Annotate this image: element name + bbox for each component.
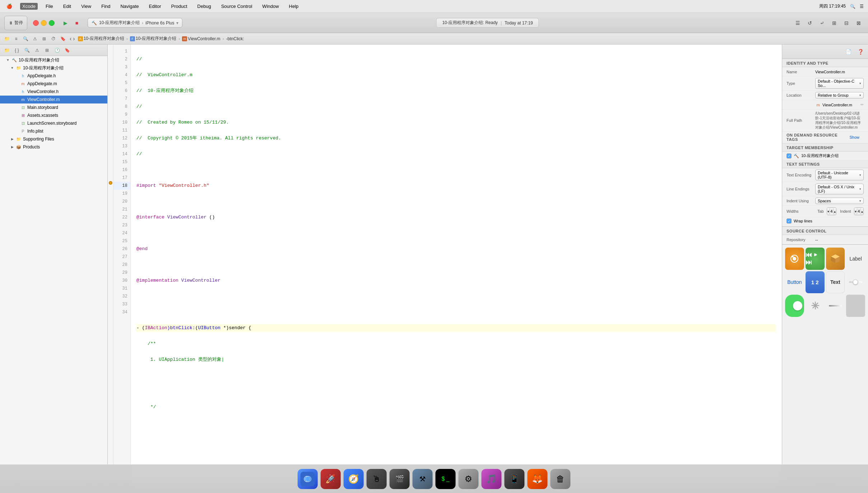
indent-increment-button[interactable]: ▴ [861,208,863,215]
dock-safari[interactable]: 🧭 [344,469,364,489]
dock-phone[interactable]: 📱 [504,469,524,489]
nav-list-icon[interactable]: ≡ [12,35,20,43]
notification-icon[interactable]: ☰ [860,4,864,9]
dock-presentation[interactable]: 🦊 [527,469,547,489]
inspector-toggle[interactable]: ⊟ [841,18,851,28]
layout-icon[interactable]: ⊞ [829,18,839,28]
location-edit-icon[interactable]: ✏ [860,102,864,107]
sidebar-item-appdelegate-h[interactable]: h AppDelegate.h [0,72,107,80]
sidebar-search-icon[interactable]: 🔍 [23,46,31,54]
code-editor-content[interactable]: // // ViewController.m // 10-应用程序对象介绍 //… [131,45,782,482]
nav-warning-icon[interactable]: ⚠ [31,35,39,43]
dock-trash[interactable]: 🗑 [550,469,570,489]
sidebar-folder-icon[interactable]: 📁 [3,46,11,54]
inspector-file-icon[interactable]: 📄 [844,47,853,56]
show-button[interactable]: Show [845,134,864,141]
navigator-toggle[interactable]: ☰ [793,18,803,28]
close-button[interactable] [33,20,39,26]
dock-finder[interactable] [298,469,318,489]
dock-codeapp[interactable]: ⚒ [412,469,433,489]
search-icon-menubar[interactable]: 🔍 [850,4,855,9]
type-select-box[interactable]: Default - Objective-C So... ▾ [815,78,864,89]
indent-stepper[interactable]: ▾ 4 ▴ [854,207,864,215]
sidebar-warning-icon[interactable]: ⚠ [33,46,41,54]
menu-editor[interactable]: Editor [147,3,163,10]
sidebar-item-main-storyboard[interactable]: ⊡ Main.storyboard [0,103,107,111]
encoding-select-box[interactable]: Default - Unicode (UTF-8) ▾ [815,170,864,180]
menu-find[interactable]: Find [99,3,112,10]
dock-quicktime[interactable]: 🎬 [389,469,410,489]
indent-decrement-button[interactable]: ▾ [854,208,857,215]
sidebar-symbol-icon[interactable]: { } [13,46,21,54]
widget-number-item[interactable]: 1 2 [806,271,825,294]
pause-button[interactable]: ⏸ 暂停 [4,16,27,30]
breadcrumb-file[interactable]: ViewController.m [188,36,220,41]
nav-grid-icon[interactable]: ⊞ [40,35,48,43]
sidebar-bookmark-icon[interactable]: 🔖 [63,46,71,54]
target-checkbox[interactable]: ✓ [787,153,792,158]
dock-settings[interactable]: ⚙ [458,469,479,489]
wrap-checkbox[interactable]: ✓ [787,218,792,224]
sidebar-item-appdelegate-m[interactable]: m AppDelegate.m [0,80,107,88]
nav-search-icon[interactable]: 🔍 [22,35,29,43]
sidebar-item-launch-storyboard[interactable]: ⊡ LaunchScreen.storyboard [0,119,107,127]
indent-select[interactable]: Spaces ▾ [815,198,864,204]
menu-window[interactable]: Window [260,3,281,10]
type-select[interactable]: Default - Objective-C So... ▾ [815,78,864,89]
breadcrumb-arrow-left[interactable]: ‹ [70,36,71,42]
play-button[interactable]: ▶ [60,18,70,28]
nav-bookmark-icon[interactable]: 🔖 [59,35,67,43]
widget-gray-item[interactable] [846,295,865,317]
sidebar-item-sub-folder[interactable]: ▼ 📁 10-应用程序对象介绍 [0,64,107,72]
editor-area[interactable]: 1 2 3 4 5 6 7 8 9 10 11 12 13 14 15 16 1 [108,45,782,493]
sidebar-item-viewcontroller-h[interactable]: h ViewController.h [0,88,107,96]
breadcrumb-item-1[interactable]: ‹ › [70,36,75,42]
sidebar-item-project-root[interactable]: ▼ 🔨 10-应用程序对象介绍 [0,56,107,64]
widget-media-icon[interactable]: ⏮ ▶ ⏭ [806,248,825,270]
widget-spinner-item[interactable]: ✳ [806,295,825,317]
line-endings-select-box[interactable]: Default - OS X / Unix (LF) ▾ [815,184,864,194]
back-icon[interactable]: ⤶ [817,18,827,28]
apple-menu[interactable]: 🍎 [4,3,14,10]
sidebar-item-viewcontroller-m[interactable]: m ViewController.m [0,96,107,103]
refresh-icon[interactable]: ↺ [805,18,815,28]
breadcrumb-arrow-right[interactable]: › [73,36,75,42]
indent-select-box[interactable]: Spaces ▾ [815,198,864,204]
menu-edit[interactable]: Edit [61,3,73,10]
widget-label-item[interactable]: Label [846,248,865,270]
encoding-select[interactable]: Default - Unicode (UTF-8) ▾ [815,170,864,180]
tab-stepper[interactable]: ▾ 4 ▴ [827,207,836,215]
sidebar-item-supporting-files[interactable]: ▶ 📁 Supporting Files [0,135,107,143]
dock-mouse[interactable]: 🖱 [367,469,387,489]
breadcrumb-folder[interactable]: 10-应用程序对象介绍 [136,36,176,42]
location-select-box[interactable]: Relative to Group ▾ [815,92,864,98]
widget-toggle-item[interactable] [785,295,804,317]
minimize-button[interactable] [41,20,47,26]
sidebar-clock-icon[interactable]: 🕐 [53,46,61,54]
nav-history-icon[interactable]: ⏱ [50,35,57,43]
widget-cube-icon[interactable] [826,248,845,270]
scheme-selector[interactable]: 🔨 10-应用程序对象介绍 › iPhone 6s Plus ▾ [88,18,182,28]
widget-slider2-item[interactable] [826,295,845,317]
code-container[interactable]: 1 2 3 4 5 6 7 8 9 10 11 12 13 14 15 16 1 [108,45,782,482]
menu-file[interactable]: File [43,3,55,10]
menu-source-control[interactable]: Source Control [219,3,255,10]
menu-navigate[interactable]: Navigate [118,3,141,10]
stop-button[interactable]: ■ [72,18,82,28]
dock-terminal[interactable]: $ _ [435,469,456,489]
tab-decrement-button[interactable]: ▾ [827,208,830,215]
breadcrumb-project[interactable]: 10-应用程序对象介绍 [84,36,124,42]
menu-product[interactable]: Product [169,3,190,10]
widget-button-item[interactable]: Button [785,271,804,294]
dock-launchpad[interactable]: 🚀 [321,469,341,489]
sidebar-item-info-plist[interactable]: P Info.plist [0,127,107,135]
location-select[interactable]: Relative to Group ▾ [815,92,864,98]
widget-text-item[interactable]: Text [826,271,845,294]
sidebar-item-assets[interactable]: ⊞ Assets.xcassets [0,111,107,119]
tab-increment-button[interactable]: ▴ [834,208,836,215]
menu-help[interactable]: Help [287,3,301,10]
sidebar-grid-icon[interactable]: ⊞ [43,46,51,54]
maximize-button[interactable] [49,20,55,26]
inspector-quick-icon[interactable]: ❓ [856,47,865,56]
breadcrumb-method[interactable]: -btnClick: [226,36,244,41]
